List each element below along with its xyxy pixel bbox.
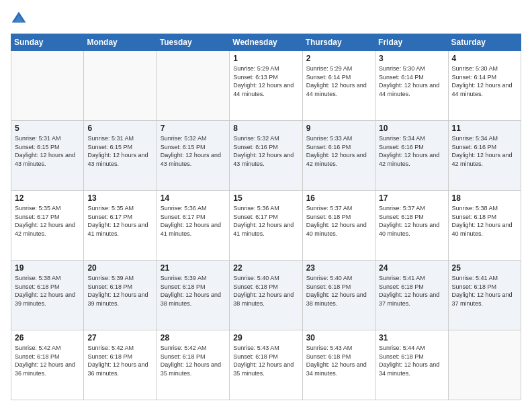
day-number: 20 xyxy=(87,263,152,273)
day-cell-9: 9Sunrise: 5:33 AM Sunset: 6:16 PM Daylig… xyxy=(302,121,375,191)
day-number: 5 xyxy=(15,124,80,133)
empty-cell xyxy=(84,51,157,121)
day-info: Sunrise: 5:42 AM Sunset: 6:18 PM Dayligh… xyxy=(15,344,80,377)
day-info: Sunrise: 5:40 AM Sunset: 6:18 PM Dayligh… xyxy=(233,274,298,308)
day-info: Sunrise: 5:39 AM Sunset: 6:18 PM Dayligh… xyxy=(87,274,152,308)
day-cell-31: 31Sunrise: 5:44 AM Sunset: 6:18 PM Dayli… xyxy=(375,330,448,400)
day-cell-3: 3Sunrise: 5:30 AM Sunset: 6:14 PM Daylig… xyxy=(375,51,448,121)
day-number: 17 xyxy=(379,193,444,203)
day-info: Sunrise: 5:36 AM Sunset: 6:17 PM Dayligh… xyxy=(233,204,298,238)
day-info: Sunrise: 5:41 AM Sunset: 6:18 PM Dayligh… xyxy=(452,274,517,308)
day-number: 21 xyxy=(161,263,226,273)
day-cell-30: 30Sunrise: 5:43 AM Sunset: 6:18 PM Dayli… xyxy=(302,330,375,400)
week-row-5: 26Sunrise: 5:42 AM Sunset: 6:18 PM Dayli… xyxy=(11,330,521,400)
day-number: 27 xyxy=(87,333,152,342)
day-number: 28 xyxy=(161,333,226,342)
day-cell-4: 4Sunrise: 5:30 AM Sunset: 6:14 PM Daylig… xyxy=(448,51,521,121)
day-cell-26: 26Sunrise: 5:42 AM Sunset: 6:18 PM Dayli… xyxy=(11,330,84,400)
empty-cell xyxy=(448,330,521,400)
day-number: 1 xyxy=(233,54,298,63)
page: SundayMondayTuesdayWednesdayThursdayFrid… xyxy=(0,0,532,411)
day-cell-25: 25Sunrise: 5:41 AM Sunset: 6:18 PM Dayli… xyxy=(448,261,521,330)
day-info: Sunrise: 5:35 AM Sunset: 6:17 PM Dayligh… xyxy=(15,204,80,238)
day-cell-10: 10Sunrise: 5:34 AM Sunset: 6:16 PM Dayli… xyxy=(375,121,448,191)
day-cell-6: 6Sunrise: 5:31 AM Sunset: 6:15 PM Daylig… xyxy=(84,121,157,191)
empty-cell xyxy=(157,51,229,121)
day-info: Sunrise: 5:37 AM Sunset: 6:18 PM Dayligh… xyxy=(379,204,444,238)
day-info: Sunrise: 5:36 AM Sunset: 6:17 PM Dayligh… xyxy=(161,204,226,238)
day-cell-1: 1Sunrise: 5:29 AM Sunset: 6:13 PM Daylig… xyxy=(230,51,302,121)
day-number: 2 xyxy=(306,54,371,63)
day-cell-22: 22Sunrise: 5:40 AM Sunset: 6:18 PM Dayli… xyxy=(230,261,302,330)
day-number: 24 xyxy=(379,263,444,273)
day-number: 23 xyxy=(306,263,371,273)
day-cell-14: 14Sunrise: 5:36 AM Sunset: 6:17 PM Dayli… xyxy=(157,191,229,261)
day-number: 3 xyxy=(379,54,444,63)
week-row-3: 12Sunrise: 5:35 AM Sunset: 6:17 PM Dayli… xyxy=(11,191,521,261)
logo-icon xyxy=(11,11,27,27)
day-number: 15 xyxy=(233,193,298,203)
week-row-4: 19Sunrise: 5:38 AM Sunset: 6:18 PM Dayli… xyxy=(11,261,521,330)
day-info: Sunrise: 5:43 AM Sunset: 6:18 PM Dayligh… xyxy=(233,344,298,377)
day-cell-15: 15Sunrise: 5:36 AM Sunset: 6:17 PM Dayli… xyxy=(230,191,302,261)
day-info: Sunrise: 5:34 AM Sunset: 6:16 PM Dayligh… xyxy=(452,134,517,168)
day-info: Sunrise: 5:38 AM Sunset: 6:18 PM Dayligh… xyxy=(452,204,517,238)
logo xyxy=(11,11,30,27)
day-cell-5: 5Sunrise: 5:31 AM Sunset: 6:15 PM Daylig… xyxy=(11,121,84,191)
day-info: Sunrise: 5:41 AM Sunset: 6:18 PM Dayligh… xyxy=(379,274,444,308)
day-info: Sunrise: 5:31 AM Sunset: 6:15 PM Dayligh… xyxy=(15,134,80,168)
day-number: 29 xyxy=(233,333,298,342)
day-cell-27: 27Sunrise: 5:42 AM Sunset: 6:18 PM Dayli… xyxy=(84,330,157,400)
day-number: 25 xyxy=(452,263,517,273)
weekday-thursday: Thursday xyxy=(302,34,375,51)
day-number: 22 xyxy=(233,263,298,273)
week-row-1: 1Sunrise: 5:29 AM Sunset: 6:13 PM Daylig… xyxy=(11,51,521,121)
day-number: 6 xyxy=(87,124,152,133)
weekday-tuesday: Tuesday xyxy=(157,34,229,51)
day-number: 11 xyxy=(452,124,517,133)
day-number: 13 xyxy=(87,193,152,203)
day-number: 9 xyxy=(306,124,371,133)
day-info: Sunrise: 5:31 AM Sunset: 6:15 PM Dayligh… xyxy=(87,134,152,168)
day-number: 26 xyxy=(15,333,80,342)
day-number: 30 xyxy=(306,333,371,342)
day-info: Sunrise: 5:32 AM Sunset: 6:15 PM Dayligh… xyxy=(161,134,226,168)
day-cell-12: 12Sunrise: 5:35 AM Sunset: 6:17 PM Dayli… xyxy=(11,191,84,261)
day-info: Sunrise: 5:32 AM Sunset: 6:16 PM Dayligh… xyxy=(233,134,298,168)
day-info: Sunrise: 5:37 AM Sunset: 6:18 PM Dayligh… xyxy=(306,204,371,238)
day-info: Sunrise: 5:29 AM Sunset: 6:13 PM Dayligh… xyxy=(233,64,298,98)
day-number: 14 xyxy=(161,193,226,203)
weekday-sunday: Sunday xyxy=(11,34,84,51)
calendar-table: SundayMondayTuesdayWednesdayThursdayFrid… xyxy=(11,34,521,400)
day-number: 31 xyxy=(379,333,444,342)
weekday-wednesday: Wednesday xyxy=(230,34,302,51)
day-number: 19 xyxy=(15,263,80,273)
day-number: 8 xyxy=(233,124,298,133)
weekday-saturday: Saturday xyxy=(448,34,521,51)
day-info: Sunrise: 5:42 AM Sunset: 6:18 PM Dayligh… xyxy=(161,344,226,377)
day-cell-11: 11Sunrise: 5:34 AM Sunset: 6:16 PM Dayli… xyxy=(448,121,521,191)
day-info: Sunrise: 5:30 AM Sunset: 6:14 PM Dayligh… xyxy=(452,64,517,98)
day-info: Sunrise: 5:30 AM Sunset: 6:14 PM Dayligh… xyxy=(379,64,444,98)
week-row-2: 5Sunrise: 5:31 AM Sunset: 6:15 PM Daylig… xyxy=(11,121,521,191)
day-cell-13: 13Sunrise: 5:35 AM Sunset: 6:17 PM Dayli… xyxy=(84,191,157,261)
day-cell-19: 19Sunrise: 5:38 AM Sunset: 6:18 PM Dayli… xyxy=(11,261,84,330)
day-info: Sunrise: 5:33 AM Sunset: 6:16 PM Dayligh… xyxy=(306,134,371,168)
day-cell-23: 23Sunrise: 5:40 AM Sunset: 6:18 PM Dayli… xyxy=(302,261,375,330)
day-info: Sunrise: 5:39 AM Sunset: 6:18 PM Dayligh… xyxy=(161,274,226,308)
day-cell-20: 20Sunrise: 5:39 AM Sunset: 6:18 PM Dayli… xyxy=(84,261,157,330)
empty-cell xyxy=(11,51,84,121)
day-info: Sunrise: 5:40 AM Sunset: 6:18 PM Dayligh… xyxy=(306,274,371,308)
day-info: Sunrise: 5:35 AM Sunset: 6:17 PM Dayligh… xyxy=(87,204,152,238)
day-number: 16 xyxy=(306,193,371,203)
day-info: Sunrise: 5:43 AM Sunset: 6:18 PM Dayligh… xyxy=(306,344,371,377)
day-number: 10 xyxy=(379,124,444,133)
day-cell-2: 2Sunrise: 5:29 AM Sunset: 6:14 PM Daylig… xyxy=(302,51,375,121)
day-info: Sunrise: 5:44 AM Sunset: 6:18 PM Dayligh… xyxy=(379,344,444,377)
day-cell-17: 17Sunrise: 5:37 AM Sunset: 6:18 PM Dayli… xyxy=(375,191,448,261)
day-info: Sunrise: 5:34 AM Sunset: 6:16 PM Dayligh… xyxy=(379,134,444,168)
day-number: 7 xyxy=(161,124,226,133)
weekday-header-row: SundayMondayTuesdayWednesdayThursdayFrid… xyxy=(11,34,521,51)
header xyxy=(11,11,521,27)
day-cell-18: 18Sunrise: 5:38 AM Sunset: 6:18 PM Dayli… xyxy=(448,191,521,261)
